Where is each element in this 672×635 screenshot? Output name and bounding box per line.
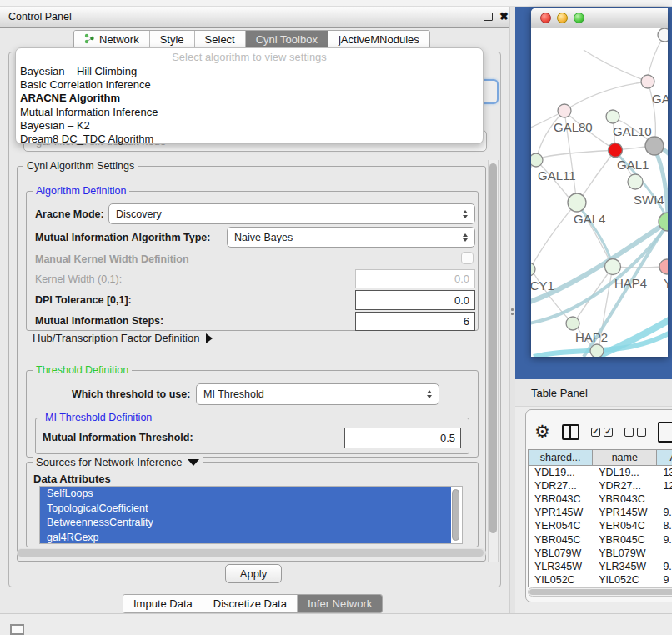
table-cell: 12 xyxy=(657,480,672,492)
sources-title-toggle[interactable]: Sources for Network Inference xyxy=(33,456,203,468)
algorithm-option[interactable]: Mutual Information Inference xyxy=(16,106,483,119)
list-scrollbar[interactable] xyxy=(452,489,459,541)
network-node-label: GAL4 xyxy=(574,212,605,226)
table-row[interactable]: YDR27...YDR27...12 xyxy=(529,479,672,492)
zoom-traffic-light[interactable] xyxy=(574,12,584,23)
kernel-width-field[interactable]: 0.0 xyxy=(355,269,475,288)
tab-jactivemnodules[interactable]: jActiveMNodules xyxy=(328,31,429,48)
table-row[interactable]: YLR345WYLR345W9. xyxy=(529,560,672,573)
unchecked-pair-icon[interactable] xyxy=(624,428,646,437)
table-hscrollbar[interactable] xyxy=(528,588,672,597)
tab-label: Cyni Toolbox xyxy=(256,33,318,46)
table-header-row: shared...nameA xyxy=(529,450,672,466)
network-node[interactable] xyxy=(605,259,621,275)
sources-title: Sources for Network Inference xyxy=(36,456,183,468)
close-traffic-light[interactable] xyxy=(540,12,551,23)
mi-threshold-field[interactable]: 0.5 xyxy=(344,428,461,448)
table-cell: 9. xyxy=(657,507,672,518)
bottom-tab-impute-data[interactable]: Impute Data xyxy=(123,595,203,612)
table-cell: YBL079W xyxy=(529,548,593,559)
data-attributes-label: Data Attributes xyxy=(33,472,111,485)
algorithm-option[interactable]: Dream8 DC_TDC Algorithm xyxy=(16,132,483,146)
tab-network[interactable]: Network xyxy=(74,31,150,48)
tab-style[interactable]: Style xyxy=(150,31,195,48)
tab-select[interactable]: Select xyxy=(195,31,246,48)
network-node[interactable] xyxy=(645,137,664,155)
bottom-tab-discretize-data[interactable]: Discretize Data xyxy=(203,595,298,612)
settings-hscrollbar-thumb[interactable] xyxy=(18,549,484,557)
network-edge xyxy=(584,50,648,82)
column-header-shared...[interactable]: shared... xyxy=(529,450,593,465)
threshold-definition-group: Threshold Definition Which threshold to … xyxy=(26,370,479,458)
network-node[interactable] xyxy=(659,259,668,274)
apply-button[interactable]: Apply xyxy=(225,564,282,583)
columns-icon[interactable] xyxy=(562,424,579,440)
network-edge xyxy=(531,202,577,267)
table-row[interactable]: YDL19...YDL19...13 xyxy=(529,466,672,479)
table-row[interactable]: YPR145WYPR145W9. xyxy=(529,506,672,519)
dpi-tolerance-field[interactable]: 0.0 xyxy=(355,290,475,310)
close-icon[interactable]: ✖ xyxy=(499,12,509,21)
algorithm-option[interactable]: Bayesian – Hill Climbing xyxy=(16,65,483,78)
network-node[interactable] xyxy=(641,75,654,88)
column-header-name[interactable]: name xyxy=(593,450,657,465)
network-node[interactable] xyxy=(568,193,586,212)
which-threshold-combo[interactable]: MI Threshold xyxy=(196,383,439,405)
gear-icon[interactable]: ⚙ xyxy=(534,423,550,440)
mi-threshold-group: MI Threshold Definition Mutual Informati… xyxy=(35,418,469,454)
table-cell: YLR345W xyxy=(529,561,593,572)
network-canvas[interactable]: GALGAL80GAL10GAL1GAL11SWI4GAL4GCY1HAP4YH… xyxy=(531,28,668,357)
divider-handle-icon[interactable] xyxy=(511,308,514,311)
table-row[interactable]: YBR043CYBR043C xyxy=(529,492,672,506)
bottom-tab-label: Infer Network xyxy=(308,598,372,610)
bottom-tab-infer-network[interactable]: Infer Network xyxy=(298,595,382,612)
tab-cyni-toolbox[interactable]: Cyni Toolbox xyxy=(246,31,328,48)
float-window-icon[interactable] xyxy=(484,12,493,21)
minimized-panel-icon[interactable] xyxy=(10,624,24,635)
mi-type-combo[interactable]: Naive Bayes xyxy=(227,227,475,248)
network-node[interactable] xyxy=(566,317,579,330)
document-icon[interactable] xyxy=(658,422,672,442)
manual-kernel-checkbox[interactable] xyxy=(461,252,474,264)
mi-steps-field[interactable]: 6 xyxy=(355,312,475,331)
algorithm-option[interactable]: Bayesian – K2 xyxy=(16,119,483,132)
network-window-titlebar[interactable] xyxy=(531,8,668,28)
algorithm-option[interactable]: Basic Correlation Inference xyxy=(16,78,483,92)
network-node[interactable] xyxy=(658,28,668,42)
network-node[interactable] xyxy=(590,344,604,357)
network-edge xyxy=(578,150,615,202)
bottom-tabbar: Impute DataDiscretize DataInfer Network xyxy=(123,594,383,613)
aracne-mode-value: Discovery xyxy=(116,208,162,220)
algorithm-option[interactable]: ARACNE Algorithm xyxy=(16,92,483,105)
table-row[interactable]: YER054CYER054C8. xyxy=(529,519,672,532)
settings-scrollbar-thumb[interactable] xyxy=(489,163,497,533)
network-node[interactable] xyxy=(606,110,619,123)
attribute-item[interactable]: gal4RGexp xyxy=(40,531,451,545)
app-top-strip xyxy=(0,0,672,7)
hub-definition-toggle[interactable]: Hub/Transcription Factor Definition xyxy=(33,332,213,344)
settings-hscrollbar[interactable] xyxy=(17,548,486,558)
network-node[interactable] xyxy=(558,104,571,118)
data-attributes-list[interactable]: SelfLoopsTopologicalCoefficientBetweenne… xyxy=(39,486,463,544)
checked-pair-icon[interactable]: ✓✓ xyxy=(591,428,613,437)
attribute-item[interactable]: TopologicalCoefficient xyxy=(40,502,451,517)
aracne-mode-combo[interactable]: Discovery xyxy=(108,203,475,224)
network-node[interactable] xyxy=(628,174,643,189)
table-row[interactable]: YBR045CYBR045C9. xyxy=(529,532,672,546)
cyni-algorithm-settings-group: Cyni Algorithm Settings Algorithm Defini… xyxy=(17,166,486,562)
network-node-label: SWI4 xyxy=(634,192,664,207)
table-panel-title: Table Panel xyxy=(531,387,588,399)
table-row[interactable]: YIL052CYIL052C9 xyxy=(529,573,672,587)
column-header-A[interactable]: A xyxy=(657,450,672,465)
network-node[interactable] xyxy=(531,153,543,167)
control-panel-tabbar: NetworkStyleSelectCyni ToolboxjActiveMNo… xyxy=(73,30,430,49)
network-node[interactable] xyxy=(609,143,623,158)
table-hscrollbar-thumb[interactable] xyxy=(529,589,672,595)
network-node-label: GAL11 xyxy=(538,168,576,182)
network-node-label: Y xyxy=(664,276,668,290)
attribute-item[interactable]: BetweennessCentrality xyxy=(40,516,451,531)
bottom-tab-label: Discretize Data xyxy=(213,598,287,610)
minimize-traffic-light[interactable] xyxy=(557,12,568,23)
attribute-item[interactable]: SelfLoops xyxy=(40,487,451,502)
table-row[interactable]: YBL079WYBL079W xyxy=(529,547,672,560)
